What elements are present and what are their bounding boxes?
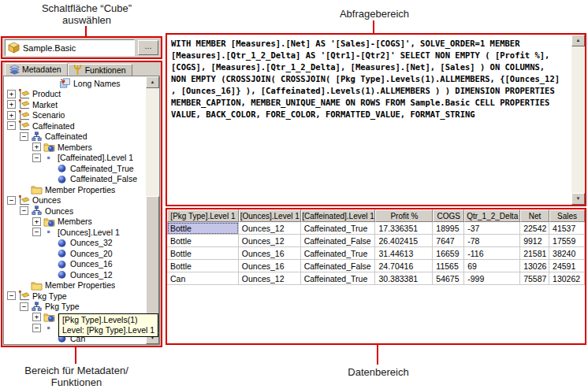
collapse-toggle-icon[interactable]: − [32, 324, 41, 332]
table-cell[interactable]: Bottle [167, 247, 239, 260]
collapse-toggle-icon[interactable]: − [7, 121, 16, 130]
query-scrollbar[interactable]: ▲ ▼ [571, 35, 585, 205]
tree-item[interactable]: Long Names [4, 78, 146, 89]
tree-item[interactable]: Ounces_20 [4, 248, 146, 259]
collapse-toggle-icon[interactable]: − [20, 302, 28, 311]
table-cell[interactable]: 41537 [549, 222, 585, 235]
table-cell[interactable]: 17559 [549, 235, 585, 247]
table-cell[interactable]: 17.336351 [375, 222, 433, 235]
column-header[interactable]: COGS [433, 209, 464, 222]
expand-toggle-icon[interactable]: + [32, 143, 41, 151]
table-cell[interactable]: 38240 [549, 247, 585, 260]
table-cell[interactable]: Can [167, 272, 239, 285]
table-cell[interactable]: Bottle [167, 260, 239, 272]
collapse-toggle-icon[interactable]: − [32, 154, 41, 162]
tree-item[interactable]: Member Properties [4, 280, 146, 291]
collapse-toggle-icon[interactable]: − [7, 196, 16, 205]
table-cell[interactable]: Ounces_16 [239, 247, 301, 260]
tab-funktionen[interactable]: Funktionen [68, 64, 132, 76]
cube-browse-button[interactable]: ... [138, 40, 158, 55]
table-cell[interactable]: 18995 [433, 222, 464, 235]
table-cell[interactable]: Bottle [167, 235, 239, 247]
column-header[interactable]: Net [520, 209, 549, 222]
tree-item[interactable]: Ounces_16 [4, 259, 146, 270]
mdx-query-text[interactable]: WITH MEMBER [Measures].[Net] AS '[Sales]… [171, 38, 569, 203]
table-cell[interactable]: 75587 [520, 272, 549, 285]
tree-item[interactable]: −[Ounces].Level 1 [4, 227, 146, 238]
tree-item[interactable]: −Ounces [4, 206, 146, 217]
tree-item-label: Caffeinated_False [70, 174, 137, 183]
dimension-icon [18, 120, 30, 132]
table-cell[interactable]: -999 [464, 272, 520, 285]
collapse-toggle-icon[interactable]: − [20, 206, 28, 215]
tree-item[interactable]: Caffeinated_False [4, 174, 146, 185]
table-cell[interactable]: 24.70416 [375, 260, 433, 272]
expand-toggle-icon[interactable]: + [7, 90, 16, 98]
table-cell[interactable]: 54675 [433, 272, 464, 285]
scroll-down-icon[interactable]: ▼ [571, 193, 585, 205]
table-cell[interactable]: 7647 [433, 235, 464, 247]
annotation-metadata-area-label: Bereich für Metadaten/ Funktionen [6, 365, 147, 388]
table-cell[interactable]: Ounces_16 [239, 260, 301, 272]
table-cell[interactable]: 69 [464, 260, 520, 272]
table-cell[interactable]: -116 [464, 247, 520, 260]
table-cell[interactable]: 22542 [520, 222, 549, 235]
cube-selector-callout-box: Sample.Basic ... [1, 36, 162, 59]
table-cell[interactable]: -37 [464, 222, 520, 235]
table-cell[interactable]: 11565 [433, 260, 464, 272]
table-cell[interactable]: 130262 [549, 272, 585, 285]
tree-item[interactable]: Caffeinated_True [4, 163, 146, 174]
tree-item[interactable]: −Pkg Type [4, 291, 146, 302]
collapse-toggle-icon[interactable]: − [7, 291, 16, 300]
tree-item[interactable]: −[Caffeinated].Level 1 [4, 153, 146, 164]
tree-item[interactable]: +Members [4, 217, 146, 228]
table-cell[interactable]: 16659 [433, 247, 464, 260]
table-cell[interactable]: 9912 [520, 235, 549, 247]
tree-item[interactable]: Ounces_32 [4, 238, 146, 249]
table-cell[interactable]: Ounces_12 [239, 235, 301, 247]
tree-item[interactable]: +Market [4, 99, 146, 110]
collapse-toggle-icon[interactable]: − [32, 228, 41, 236]
tree-item-label: Ounces [45, 206, 73, 216]
tree-scrollbar[interactable]: ▲ ▼ [146, 76, 159, 344]
column-header[interactable]: [Ounces].Level 1 [239, 209, 301, 222]
tree-item[interactable]: −Pkg Type [4, 302, 146, 313]
tree-item[interactable]: +Scenario [4, 110, 146, 121]
table-cell[interactable]: Ounces_12 [239, 222, 301, 235]
tree-item[interactable]: −Caffeinated [4, 132, 146, 143]
tree-item[interactable]: −Ounces [4, 195, 146, 206]
table-cell[interactable]: 13026 [520, 260, 549, 272]
table-cell[interactable]: -78 [464, 235, 520, 247]
table-cell[interactable]: Caffeinated_True [301, 272, 376, 285]
cube-selector-field[interactable]: Sample.Basic [5, 39, 135, 56]
tree-item[interactable]: +Product [4, 89, 146, 100]
column-header[interactable]: Qtr_1_2_Delta [464, 209, 520, 222]
table-cell[interactable]: 30.383381 [375, 272, 433, 285]
column-header[interactable]: Sales [549, 209, 585, 222]
table-cell[interactable]: Caffeinated_True [301, 222, 376, 235]
scroll-up-icon[interactable]: ▲ [571, 35, 585, 46]
tree-item[interactable]: Member Properties [4, 184, 146, 195]
expand-toggle-icon[interactable]: + [7, 100, 16, 109]
scroll-up-icon[interactable]: ▲ [146, 76, 159, 88]
tab-metadaten[interactable]: Metadaten [5, 63, 68, 76]
table-cell[interactable]: 21581 [520, 247, 549, 260]
table-cell[interactable]: Ounces_12 [239, 272, 301, 285]
column-header[interactable]: [Caffeinated].Level 1 [301, 209, 376, 222]
column-header[interactable]: Profit % [375, 209, 433, 222]
tree-item[interactable]: +Members [4, 142, 146, 153]
table-cell[interactable]: 31.44613 [375, 247, 433, 260]
tree-item[interactable]: Ounces_12 [4, 269, 146, 280]
table-cell[interactable]: Caffeinated_False [301, 260, 376, 272]
table-cell[interactable]: Caffeinated_True [301, 247, 376, 260]
expand-toggle-icon[interactable]: + [32, 217, 41, 226]
table-cell[interactable]: 24591 [549, 260, 585, 272]
table-cell[interactable]: Bottle [167, 222, 239, 235]
tree-item[interactable]: −Caffeinated [4, 120, 146, 132]
table-cell[interactable]: 26.402415 [375, 235, 433, 247]
table-cell[interactable]: Caffeinated_False [301, 235, 376, 247]
expand-toggle-icon[interactable]: + [32, 313, 41, 321]
collapse-toggle-icon[interactable]: − [20, 132, 28, 141]
expand-toggle-icon[interactable]: + [7, 111, 16, 120]
column-header[interactable]: [Pkg Type].Level 1 [167, 209, 239, 222]
